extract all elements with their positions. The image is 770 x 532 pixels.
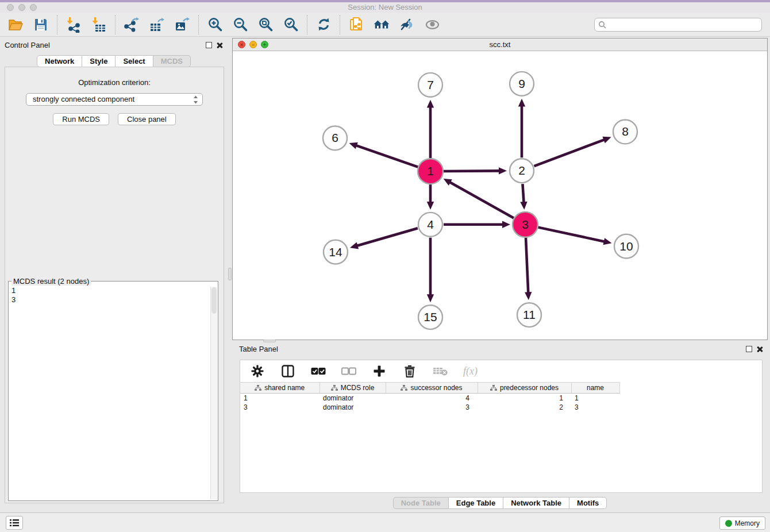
save-session-button[interactable] — [32, 16, 49, 33]
graph-edge[interactable] — [444, 167, 507, 174]
column-header-predecessor-nodes[interactable]: predecessor nodes — [478, 383, 571, 394]
graph-node-1[interactable]: 1 — [418, 159, 443, 184]
table-panel-title: Table Panel — [239, 345, 278, 353]
status-bar: Memory — [0, 512, 770, 532]
import-table-icon — [91, 17, 107, 33]
export-network-icon — [124, 17, 140, 33]
table-deselect-all-button[interactable] — [341, 364, 356, 379]
graphics-details-button[interactable] — [398, 16, 415, 33]
tab-style[interactable]: Style — [82, 55, 116, 67]
node-label: 4 — [427, 218, 434, 231]
column-header-mcds-role[interactable]: MCDS role — [319, 383, 386, 394]
graph-node-8[interactable]: 8 — [613, 120, 637, 144]
table-split-view-button[interactable] — [280, 364, 295, 379]
refresh-button[interactable] — [315, 16, 332, 33]
scrollbar-thumb[interactable] — [211, 287, 217, 314]
node-label: 11 — [523, 308, 536, 321]
table-select-all-button[interactable] — [311, 364, 326, 379]
delete-column-button[interactable] — [402, 364, 417, 379]
import-table-button[interactable] — [90, 16, 107, 33]
tab-network[interactable]: Network — [37, 55, 82, 67]
graph-node-15[interactable]: 15 — [418, 305, 442, 329]
import-network-button[interactable] — [65, 16, 82, 33]
network-window-titlebar[interactable]: × − + scc.txt — [233, 38, 767, 51]
node-label: 3 — [522, 218, 529, 231]
column-header-name[interactable]: name — [571, 383, 619, 394]
task-history-button[interactable] — [6, 516, 23, 530]
zoom-selected-button[interactable] — [282, 16, 299, 33]
export-network-button[interactable] — [123, 16, 140, 33]
graph-edge[interactable] — [538, 228, 611, 245]
tab-network-table[interactable]: Network Table — [503, 497, 569, 509]
graph-edge[interactable] — [444, 179, 514, 218]
graph-node-7[interactable]: 7 — [418, 73, 442, 97]
graph-edge[interactable] — [525, 238, 532, 300]
graph-edge[interactable] — [427, 100, 434, 159]
tab-select[interactable]: Select — [116, 55, 153, 67]
memory-button[interactable]: Memory — [719, 516, 765, 530]
run-mcds-button[interactable]: Run MCDS — [53, 113, 109, 125]
graph-node-14[interactable]: 14 — [324, 240, 348, 264]
graph-node-6[interactable]: 6 — [323, 126, 347, 150]
table-panel-float-button[interactable] — [746, 346, 752, 352]
vertical-splitter[interactable] — [228, 37, 232, 512]
zoom-out-button[interactable] — [232, 16, 249, 33]
graph-edge[interactable] — [350, 228, 418, 249]
tab-mcds[interactable]: MCDS — [153, 55, 191, 67]
graph-node-3[interactable]: 3 — [513, 212, 538, 237]
column-header-successor-nodes[interactable]: successor nodes — [386, 383, 478, 394]
delete-table-button[interactable] — [433, 364, 448, 379]
node-label: 14 — [329, 245, 342, 259]
graph-node-4[interactable]: 4 — [418, 213, 442, 237]
network-canvas[interactable]: 7968124314101511 — [233, 52, 767, 340]
result-line: 1 — [11, 286, 210, 295]
table-panel-close-button[interactable] — [756, 346, 763, 353]
table-row[interactable]: 3dominator323 — [240, 403, 619, 412]
criterion-value: strongly connected component — [33, 95, 134, 103]
export-table-button[interactable] — [148, 16, 165, 33]
zoom-in-button[interactable] — [206, 16, 224, 33]
add-column-button[interactable] — [372, 364, 387, 379]
graph-edge[interactable] — [534, 137, 611, 166]
quick-search-field[interactable] — [594, 18, 762, 32]
table-row[interactable]: 1dominator411 — [240, 394, 619, 403]
close-panel-button[interactable]: Close panel — [118, 113, 176, 125]
graph-edge[interactable] — [444, 221, 510, 228]
export-image-button[interactable] — [174, 16, 191, 33]
tab-node-table[interactable]: Node Table — [393, 497, 449, 509]
criterion-select[interactable]: strongly connected component — [26, 93, 203, 106]
graph-node-11[interactable]: 11 — [517, 303, 541, 327]
clone-network-button[interactable] — [348, 16, 365, 33]
graph-node-9[interactable]: 9 — [510, 72, 534, 96]
graph-edge[interactable] — [518, 99, 525, 158]
window-title: Session: New Session — [0, 3, 770, 11]
search-input[interactable] — [609, 20, 758, 29]
mcds-result-box: MCDS result (2 nodes) 13 — [8, 281, 218, 501]
table-settings-button[interactable] — [250, 364, 265, 379]
select-stepper-icon — [193, 95, 198, 104]
function-builder-button[interactable]: f(x) — [463, 364, 478, 379]
graph-node-2[interactable]: 2 — [510, 159, 534, 183]
tab-motifs[interactable]: Motifs — [569, 497, 607, 509]
graph-edge[interactable] — [427, 184, 434, 210]
splitter-grip[interactable] — [228, 268, 232, 280]
graph-node-10[interactable]: 10 — [614, 234, 638, 259]
graph-edge[interactable] — [349, 142, 418, 167]
houses-button[interactable] — [373, 16, 390, 33]
sort-tree-icon — [490, 385, 497, 391]
eye-button[interactable] — [424, 16, 441, 33]
table-panel: Table Panel — [232, 342, 768, 509]
zoom-fit-button[interactable] — [257, 16, 274, 33]
control-panel-float-button[interactable] — [206, 42, 212, 48]
memory-status-icon — [725, 520, 732, 527]
graph-edge[interactable] — [520, 184, 527, 210]
open-session-button[interactable] — [7, 16, 24, 33]
graph-edge[interactable] — [427, 238, 434, 303]
tab-edge-table[interactable]: Edge Table — [449, 497, 503, 509]
control-panel-close-button[interactable] — [216, 42, 223, 49]
result-scrollbar[interactable] — [210, 287, 217, 500]
column-header-shared-name[interactable]: shared name — [240, 383, 319, 394]
select-all-checkboxes-icon — [311, 367, 326, 375]
table-header-row: shared name MCDS role successor nodes pr… — [240, 383, 619, 394]
sort-tree-icon — [331, 385, 338, 391]
